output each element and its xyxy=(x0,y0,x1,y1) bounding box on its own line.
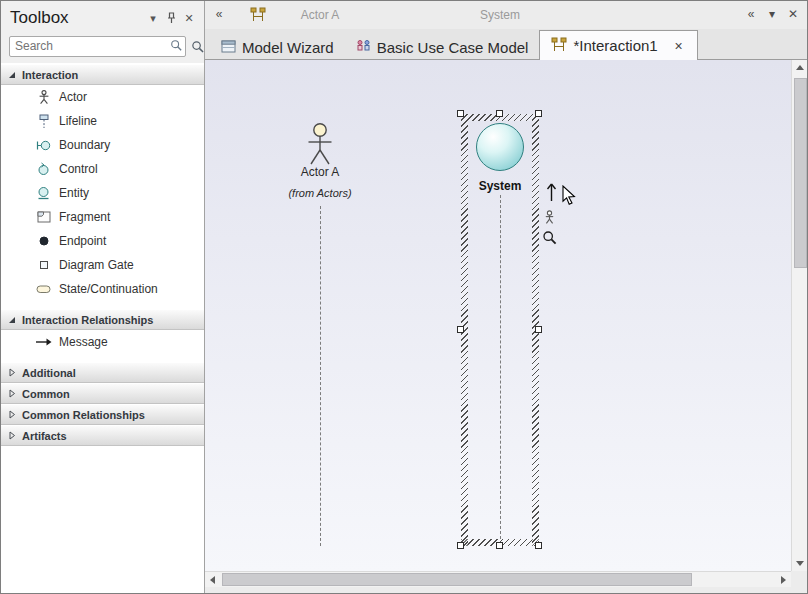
search-input[interactable] xyxy=(15,39,170,53)
resize-handle-top-right[interactable] xyxy=(535,110,542,117)
section-header-common-relationships[interactable]: Common Relationships xyxy=(1,404,204,425)
magnifier-icon[interactable] xyxy=(542,230,557,249)
close-view-button[interactable]: ✕ xyxy=(785,7,801,21)
section-label: Additional xyxy=(22,367,76,379)
section-label: Common Relationships xyxy=(22,409,145,421)
state-continuation-icon xyxy=(35,282,52,297)
actor-icon xyxy=(35,90,52,105)
resize-handle-bottom-left[interactable] xyxy=(457,542,464,549)
tab-label: *Interaction1 xyxy=(573,37,657,54)
resize-handle-top-left[interactable] xyxy=(457,110,464,117)
header-lifeline-actor-a: Actor A xyxy=(301,8,340,22)
toolbox-body: Interaction Actor Lifeline Boundary xyxy=(1,63,204,593)
toolbox-item-endpoint[interactable]: Endpoint xyxy=(1,229,204,253)
diagram-canvas[interactable]: Actor A (from Actors) System xyxy=(205,60,791,571)
scroll-down-button[interactable] xyxy=(792,556,807,571)
section-label: Interaction xyxy=(22,69,78,81)
tab-close-icon[interactable]: × xyxy=(672,38,686,54)
toolbox-item-label: Boundary xyxy=(59,138,110,152)
section-collapsed-icon xyxy=(8,430,16,442)
view-menu-button[interactable]: ▾ xyxy=(764,7,780,21)
content-row: Actor A (from Actors) System xyxy=(205,60,807,571)
bottom-filler xyxy=(205,587,807,593)
scroll-left-button[interactable]: « xyxy=(211,7,227,21)
horizontal-scrollbar-row xyxy=(205,571,807,587)
toolbox-item-state-continuation[interactable]: State/Continuation xyxy=(1,277,204,301)
search-input-wrap xyxy=(9,36,186,57)
section-header-additional[interactable]: Additional xyxy=(1,362,204,383)
toolbox-search-row: ≡ xyxy=(1,35,204,63)
search-options-button[interactable] xyxy=(191,37,204,56)
resize-handle-mid-left[interactable] xyxy=(457,326,464,333)
scroll-left-arrow-button[interactable] xyxy=(205,572,220,587)
section-header-common[interactable]: Common xyxy=(1,383,204,404)
boundary-icon xyxy=(35,138,52,153)
toolbox-titlebar: Toolbox ▾ ✕ xyxy=(1,1,204,35)
vertical-scrollbar[interactable] xyxy=(791,60,807,571)
section-label: Common xyxy=(22,388,70,400)
section-collapsed-icon xyxy=(8,409,16,421)
system-lifeline-line xyxy=(500,195,501,539)
arrow-up-icon[interactable] xyxy=(545,182,558,207)
toolbox-item-message[interactable]: Message xyxy=(1,330,204,354)
toolbox-item-label: Message xyxy=(59,335,108,349)
close-icon[interactable]: ✕ xyxy=(180,9,198,27)
section-gap xyxy=(1,301,204,309)
resize-handle-mid-right[interactable] xyxy=(535,326,542,333)
toolbox-item-label: Diagram Gate xyxy=(59,258,134,272)
horizontal-scrollbar[interactable] xyxy=(205,571,791,587)
toolbox-item-entity[interactable]: Entity xyxy=(1,181,204,205)
tab-interaction1[interactable]: *Interaction1 × xyxy=(539,30,697,60)
toolbox-item-lifeline[interactable]: Lifeline xyxy=(1,109,204,133)
toolbox-item-fragment[interactable]: Fragment xyxy=(1,205,204,229)
enterprise-architect-window: Toolbox ▾ ✕ ≡ xyxy=(0,0,808,594)
resize-handle-bottom-right[interactable] xyxy=(535,542,542,549)
sequence-diagram-icon xyxy=(250,7,266,26)
section-collapsed-icon xyxy=(8,367,16,379)
toolbox-item-diagram-gate[interactable]: Diagram Gate xyxy=(1,253,204,277)
tab-label: Model Wizard xyxy=(242,39,334,56)
scroll-right-icon xyxy=(781,576,786,584)
resize-handle-top-center[interactable] xyxy=(496,110,503,117)
toolbox-item-label: Entity xyxy=(59,186,89,200)
resize-handle-bottom-center[interactable] xyxy=(496,542,503,549)
quicklink-actor-icon[interactable] xyxy=(543,210,556,229)
mouse-cursor-icon xyxy=(562,185,576,210)
toolbox-item-label: Fragment xyxy=(59,210,110,224)
system-boundary-circle[interactable] xyxy=(476,123,524,171)
pin-icon[interactable] xyxy=(162,9,180,27)
chevron-down-icon[interactable]: ▾ xyxy=(144,9,162,27)
diagram-gate-icon xyxy=(35,258,52,273)
actor-lifeline-line xyxy=(320,206,321,546)
toolbox-item-label: Control xyxy=(59,162,98,176)
diagram-caption-bar: « Actor A System « ▾ ✕ xyxy=(205,1,807,29)
tab-label: Basic Use Case Model xyxy=(377,39,529,56)
tab-basic-use-case-model[interactable]: Basic Use Case Model xyxy=(345,34,540,60)
tab-model-wizard[interactable]: Model Wizard xyxy=(210,34,345,60)
section-label: Artifacts xyxy=(22,430,67,442)
scroll-right-arrow-button[interactable] xyxy=(776,572,791,587)
scroll-up-button[interactable] xyxy=(792,60,807,75)
use-case-model-icon xyxy=(356,39,371,56)
fragment-icon xyxy=(35,210,52,225)
toolbox-item-label: Lifeline xyxy=(59,114,97,128)
toolbox-item-actor[interactable]: Actor xyxy=(1,85,204,109)
collapse-view-button[interactable]: « xyxy=(743,7,759,21)
toolbox-item-boundary[interactable]: Boundary xyxy=(1,133,204,157)
actor-name-label: Actor A xyxy=(275,165,365,179)
model-wizard-icon xyxy=(221,39,236,56)
toolbox-panel: Toolbox ▾ ✕ ≡ xyxy=(1,1,205,593)
scroll-down-icon xyxy=(796,561,804,566)
toolbox-title: Toolbox xyxy=(10,8,144,28)
document-tabbar: Model Wizard Basic Use Case Model *Inter… xyxy=(205,29,807,60)
section-header-artifacts[interactable]: Artifacts xyxy=(1,425,204,446)
vertical-scrollbar-thumb[interactable] xyxy=(794,78,807,268)
actor-from-label: (from Actors) xyxy=(265,187,375,199)
section-header-interaction-relationships[interactable]: Interaction Relationships xyxy=(1,309,204,330)
section-expanded-icon xyxy=(8,314,16,326)
scroll-left-icon xyxy=(210,576,215,584)
section-header-interaction[interactable]: Interaction xyxy=(1,64,204,85)
horizontal-scrollbar-thumb[interactable] xyxy=(222,573,692,586)
scroll-up-icon xyxy=(796,65,804,70)
toolbox-item-control[interactable]: Control xyxy=(1,157,204,181)
